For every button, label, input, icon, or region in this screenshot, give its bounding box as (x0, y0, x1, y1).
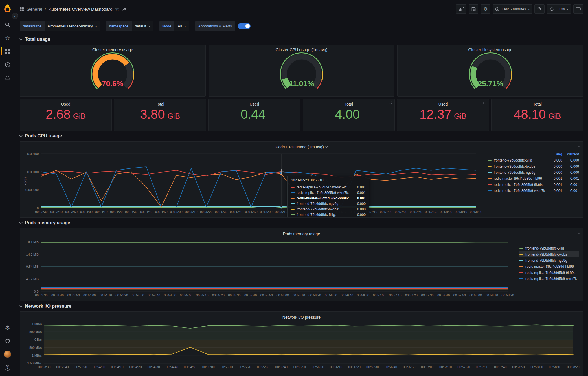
legend-column-current[interactable]: current (562, 152, 579, 156)
refresh-icon[interactable] (389, 101, 392, 105)
refresh-interval-picker[interactable]: 10s ▾ (556, 4, 571, 14)
share-icon[interactable] (122, 7, 127, 11)
panel-title[interactable]: Pods memory usage (283, 232, 320, 236)
section-total-usage[interactable]: Total usage (20, 34, 583, 45)
legend-series-name[interactable]: redis-replica-7b6d8965b9-9k69c (494, 183, 547, 187)
refresh-icon[interactable] (577, 144, 581, 147)
sidebar-item-search[interactable] (1, 18, 14, 31)
legend-item[interactable]: frontend-79b6ddfbfc-bxdbs0.0000.000 (488, 163, 579, 169)
series-color-dash (488, 172, 492, 173)
save-dashboard-button[interactable] (469, 4, 478, 14)
legend-series-name[interactable]: frontend-79b6ddfbfc-bxdbs (525, 252, 579, 256)
legend-series-name[interactable]: redis-master-86cf4d589d-hbl96 (494, 177, 547, 181)
sidebar-item-starred[interactable]: ☆ (1, 31, 14, 45)
stat-value-group: 2.68 GiB (46, 107, 86, 122)
legend-series-name[interactable]: redis-replica-7b6d8965b9-wkm7k (494, 189, 547, 193)
section-pods-memory-usage[interactable]: Pods memory usage (20, 218, 583, 228)
favorite-star-icon[interactable]: ☆ (115, 6, 120, 12)
time-range-picker[interactable]: Last 5 minutes ▾ (493, 4, 532, 14)
section-pods-cpu-usage[interactable]: Pods CPU usage (20, 131, 583, 141)
svg-text:00:56:20: 00:56:20 (309, 294, 321, 297)
refresh-icon[interactable] (577, 230, 581, 234)
legend-item[interactable]: redis-replica-7b6d8965b9-wkm7k (519, 276, 579, 282)
svg-text:00:57:40: 00:57:40 (494, 365, 506, 369)
grafana-logo[interactable] (3, 3, 12, 13)
legend-series-name[interactable]: frontend-79b6ddfbfc-5ljlg (525, 246, 579, 250)
svg-text:00:55:20: 00:55:20 (200, 210, 212, 214)
legend-item[interactable]: frontend-79b6ddfbfc-5ljlg (519, 245, 579, 251)
series-color-dash (488, 160, 492, 161)
zoom-out-button[interactable] (534, 4, 545, 14)
panel-header[interactable]: Pods CPU usage (1m avg) (23, 143, 580, 151)
breadcrumb-dashboard-title[interactable]: Kubernetes Overview Dashboard (49, 7, 113, 12)
svg-text:00:53:40: 00:53:40 (56, 365, 69, 369)
svg-text:0: 0 (37, 206, 39, 210)
legend-series-name[interactable]: redis-master-86cf4d589d-hbl96 (525, 265, 579, 269)
legend-series-name[interactable]: redis-replica-7b6d8965b9-9k69c (525, 271, 579, 275)
legend-series-name[interactable]: frontend-79b6ddfbfc-ngv9g (494, 170, 547, 175)
legend-item[interactable]: redis-master-86cf4d589d-hbl960.0010.001 (488, 175, 579, 181)
svg-text:00:58:20: 00:58:20 (502, 294, 514, 297)
namespace-dropdown[interactable]: default ▾ (132, 21, 153, 31)
panel-title[interactable]: Network I/O pressure (282, 315, 321, 320)
annotations-toggle[interactable] (238, 23, 251, 29)
sidebar-item-profile[interactable] (1, 348, 14, 361)
pods-memory-usage-chart[interactable]: 0 B4.77 MiB9.54 MiB14.3 MiB19.1 MiB00:53… (23, 238, 515, 300)
legend-item[interactable]: redis-replica-7b6d8965b9-9k69c0.0010.001 (488, 181, 579, 188)
panel-title[interactable]: Used (250, 102, 259, 107)
stat-unit: GiB (548, 112, 561, 121)
svg-text:00:57:10: 00:57:10 (389, 294, 401, 297)
sidebar-item-alerting[interactable] (1, 71, 14, 85)
node-dropdown[interactable]: All ▾ (174, 21, 189, 31)
legend-item[interactable]: frontend-79b6ddfbfc-bxdbs (519, 251, 579, 257)
breadcrumb-section[interactable]: General (27, 7, 42, 12)
breadcrumb: General / Kubernetes Overview Dashboard … (20, 6, 127, 12)
add-panel-button[interactable] (456, 4, 466, 14)
legend-item[interactable]: redis-master-86cf4d589d-hbl96 (519, 263, 579, 269)
panel-title[interactable]: Used (438, 102, 448, 107)
legend-series-name[interactable]: frontend-79b6ddfbfc-ngv9g (525, 258, 579, 263)
legend-item[interactable]: frontend-79b6ddfbfc-5ljlg0.0000.000 (488, 157, 579, 163)
legend-column-avg[interactable]: avg (547, 152, 562, 156)
legend-item[interactable]: frontend-79b6ddfbfc-ngv9g (519, 257, 579, 263)
cpu-usage-gauge: 11.01% (265, 51, 338, 94)
dashboard-settings-button[interactable]: ⚙ (481, 4, 490, 14)
panel-title[interactable]: Total (533, 102, 542, 107)
sidebar-item-dashboards[interactable] (1, 45, 14, 58)
legend-series-name[interactable]: redis-replica-7b6d8965b9-wkm7k (525, 277, 579, 281)
variable-node: Node All ▾ (159, 21, 189, 31)
sidebar-expand-button[interactable]: › (12, 13, 18, 19)
sidebar-item-explore[interactable] (1, 58, 14, 71)
section-network-io-pressure[interactable]: Network I/O pressure (20, 301, 583, 311)
sidebar-item-configuration[interactable]: ⚙ (1, 321, 14, 334)
svg-text:00:58:20: 00:58:20 (470, 210, 482, 214)
legend-item[interactable]: redis-replica-7b6d8965b9-wkm7k0.0010.001 (488, 188, 579, 194)
tv-mode-button[interactable] (573, 4, 583, 14)
refresh-dashboard-button[interactable] (547, 4, 556, 14)
panel-title[interactable]: Used (61, 102, 71, 107)
datasource-dropdown[interactable]: Prometheus tender-minsky ▾ (45, 21, 100, 31)
sidebar-item-help[interactable]: ? (1, 361, 14, 374)
zoom-out-icon (537, 7, 542, 12)
panel-title[interactable]: Total (344, 102, 353, 107)
legend-current-value: 0.000 (564, 170, 579, 175)
sidebar-item-server-admin[interactable] (1, 334, 14, 348)
explore-compass-icon (5, 62, 10, 67)
refresh-icon[interactable] (577, 101, 581, 105)
variable-datasource: datasource Prometheus tender-minsky ▾ (20, 21, 100, 31)
svg-text:00:56:00: 00:56:00 (312, 365, 324, 369)
panel-title[interactable]: Pods CPU usage (1m avg) (275, 145, 324, 149)
main-area: General / Kubernetes Overview Dashboard … (15, 0, 588, 376)
legend-item[interactable]: redis-replica-7b6d8965b9-9k69c (519, 269, 579, 276)
network-io-pressure-chart[interactable]: 1 MB/s500 kB/s0 B/s-500 kB/s-1 MB/s-1.50… (23, 321, 581, 371)
top-navbar: General / Kubernetes Overview Dashboard … (15, 0, 588, 18)
panel-title[interactable]: Total (156, 102, 164, 107)
panel-header[interactable]: Network I/O pressure (23, 313, 580, 321)
refresh-icon[interactable] (483, 101, 486, 105)
legend-item[interactable]: frontend-79b6ddfbfc-ngv9g0.0000.000 (488, 169, 579, 175)
panel-header[interactable]: Pods memory usage (23, 230, 580, 238)
svg-text:00:57:20: 00:57:20 (380, 210, 392, 214)
legend-series-name[interactable]: frontend-79b6ddfbfc-bxdbs (494, 164, 547, 168)
legend-series-name[interactable]: frontend-79b6ddfbfc-5ljlg (494, 158, 547, 162)
pods-cpu-usage-chart[interactable]: 00.0005000.001000.0015000:53:3000:53:400… (23, 151, 484, 216)
